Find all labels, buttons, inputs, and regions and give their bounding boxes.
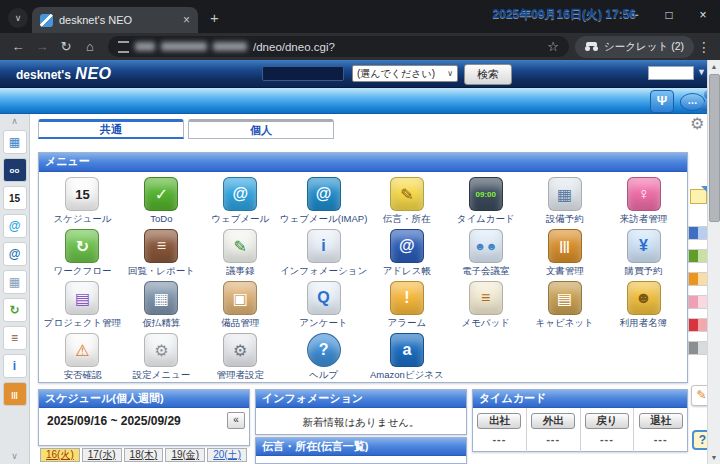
menu-item-label: 設備予約 xyxy=(546,213,584,226)
new-tab-button[interactable]: + xyxy=(210,10,219,25)
scrollbar-thumb[interactable] xyxy=(709,74,720,222)
palette-swatch[interactable] xyxy=(688,318,708,332)
rail-app-icon[interactable]: ▦ xyxy=(3,270,27,294)
menu-item[interactable]: ||| 文書管理 xyxy=(525,229,604,281)
schedule-day-tab[interactable]: 17(水) xyxy=(82,448,122,462)
rail-app-icon[interactable]: 15 xyxy=(3,186,27,210)
user-dropdown[interactable] xyxy=(648,66,694,80)
menu-item-icon: 15 xyxy=(65,177,99,211)
timecard-button[interactable]: 退社 xyxy=(639,413,683,429)
menu-item[interactable]: ↻ ワークフロー xyxy=(43,229,122,281)
sticky-note-icon[interactable] xyxy=(690,189,707,204)
schedule-day-tab[interactable]: 16(火) xyxy=(40,448,80,462)
rail-app-icon[interactable]: @ xyxy=(3,242,27,266)
bookmark-star-icon[interactable]: ☆ xyxy=(547,39,559,54)
menu-item[interactable]: 09:00 タイムカード xyxy=(446,177,525,229)
tab-search-chevron-icon[interactable]: ∨ xyxy=(8,8,28,28)
browser-tab-title: desknet's NEO xyxy=(59,14,177,26)
timecard-column: 退社 --- xyxy=(633,408,687,453)
user-dropdown-arrow-icon[interactable]: ▼ xyxy=(697,67,706,77)
global-search-input[interactable] xyxy=(262,66,344,81)
menu-item-label: アンケート xyxy=(299,317,347,330)
browser-menu-icon[interactable]: ⋮ xyxy=(697,39,711,55)
menu-item[interactable]: ⚙ 管理者設定 xyxy=(201,333,280,385)
palette-swatch[interactable] xyxy=(688,272,708,286)
menu-item[interactable]: ! アラーム xyxy=(367,281,446,333)
schedule-day-tab[interactable]: 18(木) xyxy=(124,448,164,462)
menu-item[interactable]: a Amazonビジネス xyxy=(367,333,446,385)
menu-item[interactable]: ▣ 備品管理 xyxy=(201,281,280,333)
timecard-button[interactable]: 戻り xyxy=(585,413,629,429)
menu-item[interactable]: ¥ 購買予約 xyxy=(604,229,683,281)
schedule-day-tab[interactable]: 20(土) xyxy=(207,448,247,462)
search-scope-select[interactable]: (選んでください) ∨ xyxy=(352,65,458,82)
tune-icon[interactable] xyxy=(118,41,129,53)
menu-item[interactable]: 15 スケジュール xyxy=(43,177,122,229)
menu-item[interactable]: ✎ 議事録 xyxy=(201,229,280,281)
tab-close-icon[interactable]: × xyxy=(183,14,190,26)
schedule-day-tab[interactable]: 19(金) xyxy=(165,448,205,462)
rail-app-icon[interactable]: ▦ xyxy=(3,130,27,154)
browser-tab[interactable]: desknet's NEO × xyxy=(32,7,198,33)
menu-item[interactable]: ⚠ 安否確認 xyxy=(43,333,122,385)
portal-settings-gear-icon[interactable]: ⚙ xyxy=(690,114,704,133)
menu-item-label: 管理者設定 xyxy=(217,369,265,382)
menu-item[interactable]: ♀ 来訪者管理 xyxy=(604,177,683,229)
timecard-value: --- xyxy=(634,433,687,445)
menu-item[interactable]: i インフォメーション xyxy=(280,229,368,281)
rail-scroll-up-icon[interactable]: ∧ xyxy=(11,117,18,126)
menu-item[interactable]: ≡ 回覧・レポート xyxy=(122,229,201,281)
rail-scroll-down-icon[interactable]: ∨ xyxy=(11,452,18,461)
menu-item[interactable]: ▦ 設備予約 xyxy=(525,177,604,229)
menu-item[interactable]: ? ヘルプ xyxy=(280,333,368,385)
timecard-button[interactable]: 外出 xyxy=(531,413,575,429)
menu-item[interactable]: ✎ 伝言・所在 xyxy=(367,177,446,229)
schedule-prev-button[interactable]: « xyxy=(227,412,245,429)
palette-swatch[interactable] xyxy=(688,249,708,263)
message-panel-header: 伝言・所在(伝言一覧) xyxy=(256,438,466,456)
menu-item[interactable]: ☻ 利用者名簿 xyxy=(604,281,683,333)
menu-item[interactable]: ⚙ 設定メニュー xyxy=(122,333,201,385)
scrollbar-up-icon[interactable]: ▲ xyxy=(708,60,720,73)
rail-app-icon[interactable]: @ xyxy=(3,214,27,238)
menu-item[interactable]: @ ウェブメール(IMAP) xyxy=(280,177,368,229)
scrollbar-down-icon[interactable]: ▼ xyxy=(708,451,720,464)
timecard-body: 出社 --- 外出 --- 戻り --- 退社 --- xyxy=(473,408,687,453)
menu-item-icon: ¥ xyxy=(627,229,661,263)
rail-app-icon[interactable]: ↻ xyxy=(3,298,27,322)
menu-item[interactable]: ▦ 仮払精算 xyxy=(122,281,201,333)
menu-item-icon: ? xyxy=(307,333,341,367)
palette-swatch[interactable] xyxy=(688,295,708,309)
window-maximize-button[interactable]: □ xyxy=(652,0,686,33)
back-icon[interactable]: ← xyxy=(6,35,30,59)
window-close-button[interactable]: × xyxy=(686,0,720,33)
palette-swatch-light xyxy=(698,227,707,239)
tab-personal[interactable]: 個人 xyxy=(188,119,334,139)
page-scrollbar[interactable]: ▲ ▼ xyxy=(707,60,720,464)
menu-item[interactable]: ✓ ToDo xyxy=(122,177,201,229)
menu-item[interactable]: @ アドレス帳 xyxy=(367,229,446,281)
timecard-button[interactable]: 出社 xyxy=(477,413,521,429)
search-button[interactable]: 検索 xyxy=(464,64,512,85)
reload-icon[interactable]: ↻ xyxy=(54,35,78,59)
menu-item[interactable]: ▤ キャビネット xyxy=(525,281,604,333)
palette-swatch[interactable] xyxy=(688,341,708,355)
url-bar[interactable]: /dneo/dneo.cgi? ☆ xyxy=(108,36,569,57)
rail-app-icon[interactable]: oo xyxy=(3,158,27,182)
rail-app-icon[interactable]: ||| xyxy=(3,382,27,406)
incognito-badge[interactable]: シークレット (2) xyxy=(575,36,694,58)
palette-swatch[interactable] xyxy=(688,226,708,240)
menu-item[interactable]: ≡ メモパッド xyxy=(446,281,525,333)
menu-item[interactable]: Q アンケート xyxy=(280,281,368,333)
menu-item[interactable]: ☻☻ 電子会議室 xyxy=(446,229,525,281)
menu-item-label: 利用者名簿 xyxy=(620,317,668,330)
rail-app-icon[interactable]: i xyxy=(3,354,27,378)
home-icon[interactable]: ⌂ xyxy=(78,35,102,59)
rail-app-icon[interactable]: ≡ xyxy=(3,326,27,350)
neotwi-broadcast-icon[interactable]: Ψ xyxy=(650,90,674,113)
menu-item[interactable]: @ ウェブメール xyxy=(201,177,280,229)
forward-icon[interactable]: → xyxy=(30,35,54,59)
tab-common[interactable]: 共通 xyxy=(38,119,184,139)
menu-item[interactable]: ▤ プロジェクト管理 xyxy=(43,281,122,333)
menu-item-label: キャビネット xyxy=(535,317,593,330)
